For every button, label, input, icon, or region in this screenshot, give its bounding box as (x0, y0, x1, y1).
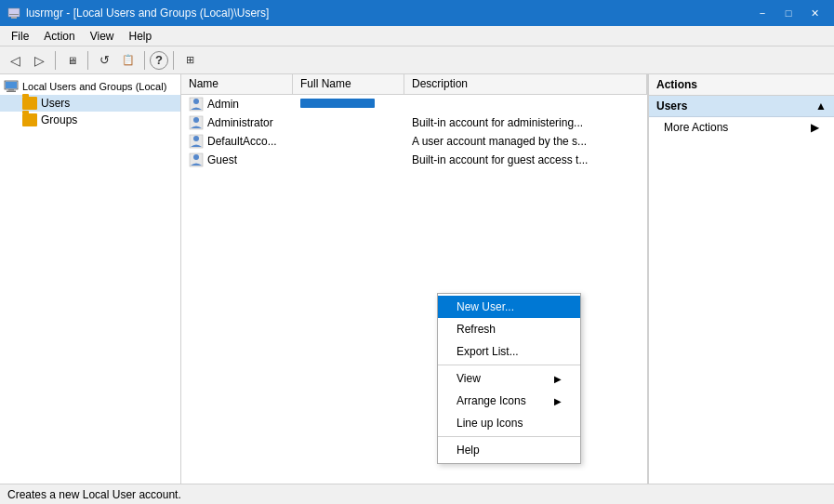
table-row[interactable]: Admin (181, 95, 647, 113)
table-row[interactable]: DefaultAcco... A user account managed by… (181, 132, 647, 151)
ctx-label-lineup: Line up Icons (457, 417, 523, 430)
tree-root-label: Local Users and Groups (Local) (22, 81, 166, 92)
actions-title: Actions (649, 74, 834, 96)
svg-rect-6 (7, 91, 16, 93)
ctx-item-view[interactable]: View ▶ (438, 367, 580, 390)
menu-file[interactable]: File (4, 28, 36, 45)
status-bar: Creates a new Local User account. (0, 484, 834, 504)
cell-fullname-defaultaccount (293, 139, 404, 143)
ctx-arrow-arrange: ▶ (554, 396, 562, 406)
refresh-button[interactable]: ↺ (93, 49, 115, 72)
svg-point-12 (193, 136, 199, 141)
forward-button[interactable]: ▷ (28, 49, 50, 72)
cell-fullname-guest (293, 158, 404, 162)
toolbar-separator-3 (144, 51, 145, 70)
maximize-button[interactable]: □ (776, 4, 801, 22)
title-text: lusrmgr - [Local Users and Groups (Local… (26, 7, 269, 20)
tree-item-users-label: Users (41, 97, 70, 110)
svg-rect-1 (11, 17, 17, 19)
user-name-admin: Admin (207, 98, 239, 111)
user-icon (189, 115, 204, 130)
cell-desc-guest: Built-in account for guest access t... (404, 152, 647, 168)
column-description[interactable]: Description (404, 74, 647, 94)
user-name-defaultaccount: DefaultAcco... (207, 135, 277, 148)
computer-icon (4, 80, 19, 93)
app-icon (7, 7, 20, 20)
cell-name-defaultaccount: DefaultAcco... (181, 132, 293, 151)
column-name[interactable]: Name (181, 74, 293, 94)
user-icon (189, 97, 204, 112)
svg-rect-0 (8, 8, 20, 17)
menu-view[interactable]: View (83, 28, 122, 45)
left-panel: Local Users and Groups (Local) Users Gro… (0, 74, 181, 484)
cell-name-guest: Guest (181, 151, 293, 169)
svg-point-10 (193, 117, 199, 123)
title-bar: lusrmgr - [Local Users and Groups (Local… (0, 0, 834, 26)
menu-bar: File Action View Help (0, 26, 834, 46)
ctx-item-refresh[interactable]: Refresh (438, 318, 580, 340)
cell-name-administrator: Administrator (181, 113, 293, 132)
context-menu: New User... Refresh Export List... View … (437, 293, 581, 464)
main-content: Local Users and Groups (Local) Users Gro… (0, 74, 834, 484)
actions-section-label: Users (656, 99, 687, 113)
user-name-guest: Guest (207, 153, 237, 166)
help-button[interactable]: ? (150, 51, 168, 70)
more-actions-label: More Actions (664, 121, 728, 134)
status-text: Creates a new Local User account. (7, 488, 181, 501)
column-fullname[interactable]: Full Name (293, 74, 404, 94)
menu-help[interactable]: Help (122, 28, 160, 45)
ctx-item-lineup[interactable]: Line up Icons (438, 412, 580, 434)
right-panel: Name Full Name Description Admin (181, 74, 648, 484)
cell-fullname-admin (293, 96, 404, 113)
cell-desc-defaultaccount: A user account managed by the s... (404, 133, 647, 150)
menu-action[interactable]: Action (36, 28, 82, 45)
ctx-separator-1 (438, 365, 580, 365)
svg-rect-5 (8, 89, 14, 91)
cell-desc-administrator: Built-in account for administering... (404, 114, 647, 131)
actions-panel: Actions Users ▲ More Actions ▶ (648, 74, 834, 484)
toolbar-separator-4 (173, 51, 174, 70)
folder-icon-groups (22, 113, 37, 126)
ctx-label-help: Help (457, 444, 480, 457)
toolbar-separator-2 (87, 51, 88, 70)
tree-root[interactable]: Local Users and Groups (Local) (0, 78, 180, 95)
title-controls: − □ ✕ (750, 4, 827, 22)
toolbar: ◁ ▷ 🖥 ↺ 📋 ? ⊞ (0, 46, 834, 74)
view-button[interactable]: ⊞ (179, 49, 201, 72)
ctx-label-arrange: Arrange Icons (457, 394, 526, 407)
close-button[interactable]: ✕ (802, 4, 827, 22)
ctx-label-refresh: Refresh (457, 323, 496, 336)
tree-item-users[interactable]: Users (0, 95, 180, 112)
svg-point-8 (193, 99, 199, 104)
svg-rect-2 (9, 14, 19, 15)
ctx-item-new-user[interactable]: New User... (438, 296, 580, 318)
cell-desc-admin (404, 102, 647, 106)
svg-rect-4 (6, 82, 17, 88)
ctx-item-export[interactable]: Export List... (438, 340, 580, 363)
ctx-label-view: View (457, 372, 481, 385)
svg-point-14 (193, 154, 199, 160)
ctx-arrow-view: ▶ (554, 374, 562, 384)
actions-section-header[interactable]: Users ▲ (649, 96, 834, 117)
actions-section: Users ▲ More Actions ▶ (649, 96, 834, 138)
user-icon (189, 153, 204, 167)
folder-icon-users (22, 97, 37, 110)
chevron-up-icon: ▲ (815, 99, 827, 113)
list-header: Name Full Name Description (181, 74, 647, 95)
chevron-right-icon: ▶ (811, 121, 819, 134)
user-name-administrator: Administrator (207, 116, 273, 129)
table-row[interactable]: Guest Built-in account for guest access … (181, 151, 647, 169)
ctx-label-export: Export List... (457, 345, 519, 358)
fullname-bar-admin (300, 99, 375, 108)
minimize-button[interactable]: − (750, 4, 774, 22)
ctx-item-arrange[interactable]: Arrange Icons ▶ (438, 390, 580, 412)
ctx-item-help[interactable]: Help (438, 439, 580, 461)
table-row[interactable]: Administrator Built-in account for admin… (181, 113, 647, 132)
show-scope-button[interactable]: 🖥 (60, 49, 83, 72)
user-icon (189, 134, 204, 149)
actions-more-actions[interactable]: More Actions ▶ (649, 117, 834, 138)
export-button[interactable]: 📋 (117, 49, 139, 72)
back-button[interactable]: ◁ (4, 49, 26, 72)
cell-name-admin: Admin (181, 95, 293, 113)
tree-item-groups[interactable]: Groups (0, 112, 180, 128)
